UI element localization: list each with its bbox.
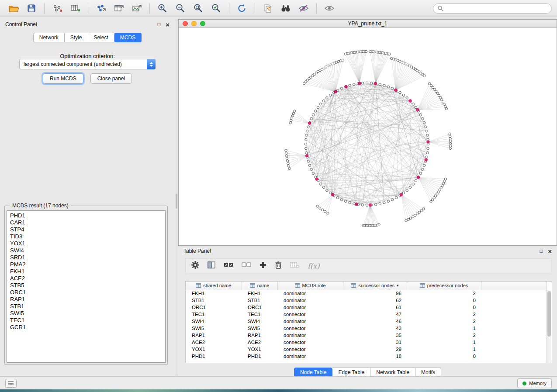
show-hidden-button[interactable] [321, 2, 338, 15]
mcds-result-list[interactable]: PHD1CAR1STP4TID3YOX1SWI4SRD1PMA2FKH1ACE2… [7, 210, 166, 363]
table-row[interactable]: SWI4SWI4dominator462 [186, 318, 547, 325]
apply-layout-button[interactable] [234, 2, 250, 15]
column-header-name[interactable]: name [242, 282, 277, 290]
column-label: shared name [203, 283, 231, 288]
search-input[interactable] [446, 5, 547, 11]
import-table-button[interactable] [67, 2, 83, 15]
table-cell: connector [277, 311, 343, 318]
network-canvas[interactable] [179, 28, 557, 245]
column-label: successor nodes [358, 283, 394, 288]
hide-selected-button[interactable] [295, 2, 312, 15]
result-item[interactable]: SRD1 [10, 254, 165, 261]
close-panel-button[interactable]: Close panel [90, 73, 132, 84]
tab-edge-table[interactable]: Edge Table [332, 368, 370, 377]
tab-network-table[interactable]: Network Table [370, 368, 415, 377]
search-box[interactable] [433, 3, 552, 14]
tab-node-table[interactable]: Node Table [294, 368, 333, 377]
export-table-button[interactable] [111, 2, 127, 15]
delete-table-button[interactable] [290, 261, 300, 271]
table-cell: 2 [407, 311, 481, 318]
table-row[interactable]: ORC1ORC1dominator610 [186, 304, 547, 311]
table-scrollbar[interactable] [546, 290, 551, 363]
import-table-icon [70, 3, 80, 13]
find-button[interactable] [277, 2, 294, 15]
table-row[interactable]: STB1STB1dominator620 [186, 297, 547, 304]
network-window-titlebar[interactable]: YPA_prune.txt_1 [179, 20, 557, 28]
function-builder-button[interactable]: f(x) [308, 262, 319, 270]
open-session-button[interactable] [5, 2, 22, 15]
tab-mcds[interactable]: MCDS [114, 33, 142, 42]
result-item[interactable]: CAR1 [10, 219, 165, 226]
export-network-button[interactable] [93, 2, 109, 15]
table-cell: STB1 [242, 297, 277, 304]
table-row[interactable]: YOX1YOX1connector291 [186, 346, 547, 353]
result-item[interactable]: GCR1 [10, 324, 165, 331]
result-item[interactable]: TEC1 [10, 317, 165, 324]
window-close-icon[interactable] [183, 21, 188, 26]
result-item[interactable]: ACE2 [10, 275, 165, 282]
toolbar-separator [255, 3, 255, 14]
table-toolbar: f(x) [185, 258, 551, 273]
result-item[interactable]: SWI5 [10, 310, 165, 317]
tab-network[interactable]: Network [33, 33, 65, 42]
close-panel-icon[interactable]: × [166, 21, 170, 28]
zoom-selected-button[interactable] [208, 2, 225, 15]
column-label: MCDS role [302, 283, 326, 288]
save-session-button[interactable] [23, 2, 40, 15]
table-row[interactable]: FKH1FKH1dominator962 [186, 290, 547, 297]
export-image-button[interactable] [128, 2, 145, 15]
table-row[interactable]: RAP1RAP1dominator352 [186, 332, 547, 339]
task-history-button[interactable] [5, 379, 17, 388]
result-item[interactable]: YOX1 [10, 240, 165, 247]
result-item[interactable]: PHD1 [10, 212, 165, 219]
show-columns-button[interactable] [207, 261, 216, 271]
result-item[interactable]: SWI4 [10, 247, 165, 254]
tab-select[interactable]: Select [88, 33, 114, 42]
table-cell: PHD1 [186, 353, 242, 360]
result-item[interactable]: STB5 [10, 282, 165, 289]
criterion-dropdown[interactable]: largest connected component (undirected) [19, 59, 156, 69]
window-maximize-icon[interactable] [200, 21, 205, 26]
table-scrollbar-thumb[interactable] [547, 291, 551, 337]
result-item[interactable]: RAP1 [10, 296, 165, 303]
zoom-fit-button[interactable] [190, 2, 207, 15]
float-panel-icon[interactable]: □ [540, 249, 543, 254]
table-row[interactable]: SWI5SWI5connector431 [186, 325, 547, 332]
memory-button[interactable]: Memory [517, 378, 552, 388]
result-item[interactable]: PMA2 [10, 261, 165, 268]
plus-icon [259, 261, 267, 269]
select-all-button[interactable] [223, 261, 234, 271]
control-panel-titlebar: Control Panel □ × [0, 19, 175, 30]
result-item[interactable]: TID3 [10, 233, 165, 240]
delete-row-button[interactable] [274, 261, 282, 271]
zoom-out-button[interactable] [172, 2, 189, 15]
toolbar-separator [44, 3, 45, 14]
add-row-button[interactable] [259, 261, 267, 271]
table-cell: ACE2 [242, 339, 277, 346]
table-row[interactable]: PHD1PHD1dominator180 [186, 353, 547, 360]
window-minimize-icon[interactable] [191, 21, 197, 26]
table-row[interactable]: ACE2ACE2connector311 [186, 339, 547, 346]
deselect-all-button[interactable] [241, 261, 252, 271]
import-network-button[interactable] [49, 2, 66, 15]
close-panel-icon[interactable]: × [548, 248, 552, 254]
result-item[interactable]: FKH1 [10, 268, 165, 275]
column-header-predecessor-nodes[interactable]: predecessor nodes [407, 282, 481, 290]
tab-motifs[interactable]: Motifs [415, 368, 441, 377]
table-row[interactable]: TEC1TEC1connector472 [186, 311, 547, 318]
column-header-successor-nodes[interactable]: successor nodes ▾ [343, 282, 407, 290]
result-item[interactable]: STB1 [10, 303, 165, 310]
column-header-shared-name[interactable]: shared name [186, 282, 242, 290]
mcds-result-title: MCDS result (17 nodes) [10, 203, 71, 209]
result-item[interactable]: STP4 [10, 226, 165, 233]
run-mcds-button[interactable]: Run MCDS [43, 73, 83, 84]
splitter-handle[interactable] [176, 194, 177, 209]
node-table[interactable]: shared name name [185, 281, 552, 363]
table-settings-button[interactable] [191, 261, 200, 271]
result-item[interactable]: ORC1 [10, 289, 165, 296]
clone-network-button[interactable] [259, 2, 276, 15]
tab-style[interactable]: Style [65, 33, 88, 42]
column-header-mcds-role[interactable]: MCDS role [277, 282, 343, 290]
float-panel-icon[interactable]: □ [158, 22, 161, 27]
zoom-in-button[interactable] [154, 2, 171, 15]
